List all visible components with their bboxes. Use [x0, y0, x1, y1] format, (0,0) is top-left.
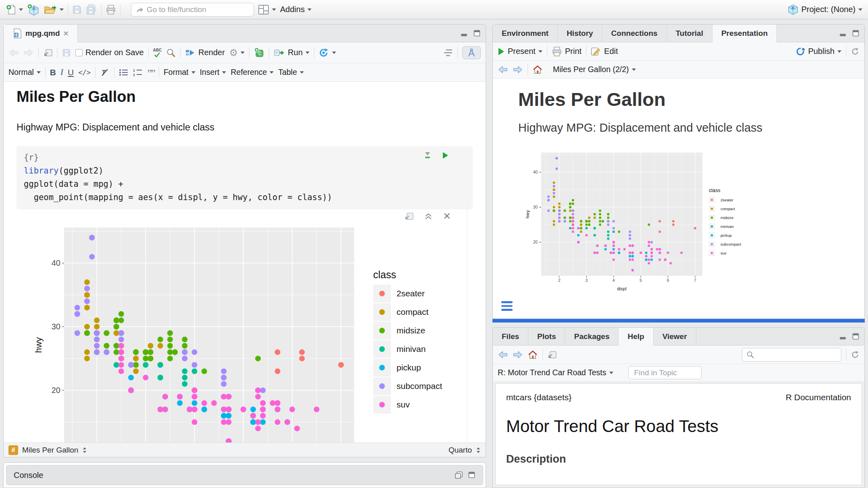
publish-caret-icon[interactable]	[837, 50, 841, 53]
popout-icon[interactable]	[547, 350, 557, 359]
spellcheck-button[interactable]: ABC	[153, 48, 162, 57]
outline-toggle-icon[interactable]	[443, 49, 453, 57]
pane-layout-caret-icon[interactable]	[272, 8, 276, 11]
minimize-pane-icon[interactable]	[461, 30, 469, 37]
help-document[interactable]: mtcars {datasets} R Documentation Motor …	[495, 383, 862, 485]
collapse-output-icon[interactable]	[424, 213, 432, 220]
forward-icon[interactable]	[513, 350, 523, 359]
clear-formatting-icon[interactable]: T	[100, 68, 110, 77]
render-on-save-checkbox[interactable]	[75, 49, 83, 56]
tab-close-icon[interactable]: ×	[64, 29, 69, 37]
tab-environment[interactable]: Environment	[493, 25, 558, 42]
tab-files[interactable]: Files	[493, 328, 528, 345]
minimize-pane-icon[interactable]	[839, 30, 847, 37]
home-icon[interactable]	[527, 350, 538, 360]
rerun-button[interactable]	[319, 48, 336, 58]
doc-type-arrows-icon[interactable]	[476, 447, 481, 453]
slide-selector[interactable]: Miles Per Gallon (2/2)	[553, 65, 636, 74]
rerun-caret-icon[interactable]	[332, 52, 336, 54]
doc-type-label[interactable]: Quarto	[449, 446, 472, 455]
blockquote-icon[interactable]: ””	[147, 68, 154, 77]
run-button[interactable]: Run	[274, 48, 309, 57]
tab-viewer[interactable]: Viewer	[654, 328, 696, 345]
bold-button[interactable]: B	[50, 68, 56, 77]
insert-menu[interactable]: Insert	[200, 68, 226, 77]
underline-button[interactable]: U	[68, 68, 74, 77]
reference-menu[interactable]: Reference	[230, 68, 274, 77]
project-selector[interactable]: R Project: (None)	[787, 4, 863, 15]
maximize-pane-icon[interactable]	[852, 30, 860, 37]
render-button[interactable]: Render	[185, 48, 225, 57]
paragraph-style-select[interactable]: Normal	[8, 68, 41, 77]
tab-connections[interactable]: Connections	[602, 25, 667, 42]
find-in-topic-box[interactable]	[628, 366, 702, 379]
goto-file-input[interactable]	[147, 5, 243, 14]
help-topic-selector[interactable]: R: Motor Trend Car Road Tests	[498, 368, 613, 377]
present-button[interactable]: Present	[498, 47, 542, 56]
run-chunk-icon[interactable]	[442, 152, 449, 159]
tab-help[interactable]: Help	[619, 328, 653, 345]
forward-icon[interactable]	[513, 65, 523, 74]
format-menu[interactable]: Format	[164, 68, 195, 77]
tab-packages[interactable]: Packages	[565, 328, 619, 345]
run-caret-icon[interactable]	[305, 52, 309, 54]
present-caret-icon[interactable]	[538, 50, 542, 53]
back-icon[interactable]	[8, 48, 19, 57]
open-file-button[interactable]	[44, 4, 64, 15]
code-button[interactable]: </>	[78, 68, 91, 77]
print-presentation-button[interactable]: Print	[552, 46, 581, 57]
save-icon[interactable]	[62, 48, 71, 57]
insert-chunk-icon[interactable]: C	[254, 48, 264, 58]
tab-mpg-qmd[interactable]: mpg.qmd ×	[4, 25, 78, 42]
section-jump-label[interactable]: Miles Per Gallon	[22, 446, 78, 455]
italic-button[interactable]: I	[60, 67, 63, 77]
edit-presentation-button[interactable]: Edit	[591, 47, 618, 56]
visual-editor-surface[interactable]: Miles Per Gallon Highway MPG: Displaceme…	[4, 82, 486, 443]
open-recent-caret-icon[interactable]	[60, 8, 64, 11]
section-jump-arrows-icon[interactable]	[82, 447, 87, 453]
back-icon[interactable]	[498, 350, 508, 359]
pane-layout-button[interactable]	[258, 4, 276, 15]
slide-menu-icon[interactable]	[501, 301, 513, 311]
restore-pane-icon[interactable]	[455, 471, 463, 479]
maximize-pane-icon[interactable]	[473, 30, 481, 37]
render-on-save-toggle[interactable]: Render on Save	[75, 48, 144, 57]
new-file-caret-icon[interactable]	[19, 8, 23, 11]
tab-presentation[interactable]: Presentation	[712, 25, 777, 42]
print-button[interactable]	[106, 4, 116, 15]
new-file-button[interactable]	[6, 4, 23, 15]
refresh-icon[interactable]	[851, 47, 860, 56]
run-chunks-above-icon[interactable]	[424, 152, 432, 159]
find-in-topic-input[interactable]	[634, 368, 695, 377]
addins-button[interactable]: Addins	[280, 5, 311, 14]
close-output-icon[interactable]: ✕	[443, 211, 451, 221]
save-button[interactable]	[72, 5, 82, 14]
table-menu[interactable]: Table	[278, 68, 304, 77]
tab-history[interactable]: History	[558, 25, 602, 42]
refresh-icon[interactable]	[851, 350, 860, 359]
maximize-pane-icon[interactable]	[852, 333, 860, 340]
goto-file-box[interactable]	[131, 3, 254, 17]
maximize-pane-icon[interactable]	[468, 471, 476, 479]
output-popout-icon[interactable]	[404, 212, 414, 221]
numbered-list-icon[interactable]: 12	[133, 68, 143, 77]
forward-icon[interactable]	[23, 48, 34, 57]
find-replace-icon[interactable]	[166, 48, 176, 58]
pane-splitter[interactable]	[492, 319, 865, 323]
home-icon[interactable]	[532, 65, 543, 74]
back-icon[interactable]	[498, 65, 508, 74]
publish-button[interactable]: Publish	[795, 47, 841, 56]
bullet-list-icon[interactable]	[119, 69, 129, 76]
minimize-pane-icon[interactable]	[839, 333, 847, 340]
tab-tutorial[interactable]: Tutorial	[667, 25, 712, 42]
help-search-input[interactable]	[758, 350, 834, 359]
popout-icon[interactable]	[43, 48, 53, 57]
tab-plots[interactable]: Plots	[528, 328, 565, 345]
visual-mode-toggle[interactable]	[462, 46, 481, 59]
console-header[interactable]: Console	[6, 465, 483, 485]
new-project-button[interactable]: R	[27, 4, 40, 16]
save-all-button[interactable]	[86, 4, 97, 15]
render-settings-button[interactable]: ⚙	[229, 48, 245, 58]
r-code-chunk[interactable]: {r} library(ggplot2) ggplot(data = mpg) …	[17, 146, 473, 209]
help-search-box[interactable]	[742, 348, 841, 362]
